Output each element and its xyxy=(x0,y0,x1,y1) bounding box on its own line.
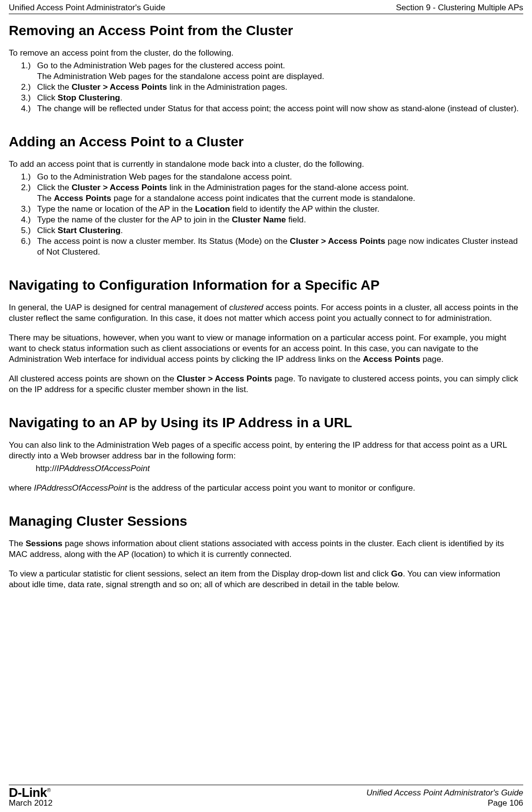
registered-icon: ® xyxy=(47,788,51,793)
removing-step-2: 2.)Click the Cluster > Access Points lin… xyxy=(9,81,523,92)
adding-step-3: 3.)Type the name or location of the AP i… xyxy=(9,203,523,214)
step-text: Click the xyxy=(37,82,72,92)
removing-step-3: 3.)Click Stop Clustering. xyxy=(9,92,523,103)
body-italic: clustered xyxy=(229,302,264,312)
step-text: The access point is now a cluster member… xyxy=(37,236,290,246)
adding-steps: 1.)Go to the Administration Web pages fo… xyxy=(9,171,523,257)
adding-step-5: 5.)Click Start Clustering. xyxy=(9,225,523,236)
footer-right: Unified Access Point Administrator's Gui… xyxy=(367,788,523,809)
navip-p2: where IPAddressOfAccessPoint is the addr… xyxy=(9,482,523,493)
heading-removing: Removing an Access Point from the Cluste… xyxy=(9,23,523,39)
footer-left: D-Link® March 2012 xyxy=(9,786,53,808)
page-content: Removing an Access Point from the Cluste… xyxy=(9,14,523,785)
body-text: is the address of the particular access … xyxy=(127,483,415,493)
header-right: Section 9 - Clustering Multiple APs xyxy=(396,3,523,13)
header-left: Unified Access Point Administrator's Gui… xyxy=(9,3,165,13)
step-number: 5.) xyxy=(21,225,37,236)
body-text: To view a particular statistic for clien… xyxy=(9,569,391,578)
adding-step-6: 6.)The access point is now a cluster mem… xyxy=(9,236,523,257)
removing-step-1: 1.)Go to the Administration Web pages fo… xyxy=(9,60,523,71)
body-bold: Go xyxy=(391,569,403,578)
step-text: Click the xyxy=(37,182,72,192)
brand-logo: D-Link® xyxy=(9,786,53,799)
removing-step-1-cont: The Administration Web pages for the sta… xyxy=(9,71,523,81)
url-variable: IPAddressOfAccessPoint xyxy=(57,463,150,473)
sessions-p2: To view a particular statistic for clien… xyxy=(9,568,523,590)
adding-step-1: 1.)Go to the Administration Web pages fo… xyxy=(9,171,523,182)
brand-text: D-Link xyxy=(9,785,47,800)
step-text: The xyxy=(37,193,54,203)
body-text: page. xyxy=(420,354,444,364)
step-bold: Access Points xyxy=(54,193,111,203)
body-text: In general, the UAP is designed for cent… xyxy=(9,302,229,312)
sessions-p1: The Sessions page shows information abou… xyxy=(9,538,523,559)
navconfig-p2: There may be situations, however, when y… xyxy=(9,332,523,364)
step-bold: Cluster > Access Points xyxy=(72,182,167,192)
page-footer: D-Link® March 2012 Unified Access Point … xyxy=(9,785,523,812)
step-number: 1.) xyxy=(21,171,37,182)
navip-p1: You can also link to the Administration … xyxy=(9,439,523,461)
body-text: The xyxy=(9,538,25,548)
heading-sessions: Managing Cluster Sessions xyxy=(9,514,523,529)
step-number: 3.) xyxy=(21,203,37,214)
body-text: page shows information about client stat… xyxy=(9,538,504,559)
step-number: 4.) xyxy=(21,214,37,225)
step-text: link in the Administration pages. xyxy=(167,82,287,92)
step-text: field. xyxy=(286,215,306,224)
heading-navip: Navigating to an AP by Using its IP Addr… xyxy=(9,415,523,431)
adding-step-2-cont: The Access Points page for a standalone … xyxy=(9,193,523,203)
heading-navconfig: Navigating to Configuration Information … xyxy=(9,277,523,293)
step-text: . xyxy=(120,93,123,102)
step-text: Click xyxy=(37,93,58,102)
step-text: . xyxy=(121,225,123,235)
page-header: Unified Access Point Administrator's Gui… xyxy=(9,0,523,14)
adding-step-2: 2.)Click the Cluster > Access Points lin… xyxy=(9,182,523,193)
step-number: 2.) xyxy=(21,81,37,92)
body-bold: Cluster > Access Points xyxy=(177,374,272,383)
adding-step-4: 4.)Type the name of the cluster for the … xyxy=(9,214,523,225)
step-text: Click xyxy=(37,225,58,235)
body-bold: Sessions xyxy=(25,538,62,548)
navconfig-p3: All clustered access points are shown on… xyxy=(9,373,523,395)
step-bold: Start Clustering xyxy=(58,225,121,235)
adding-intro: To add an access point that is currently… xyxy=(9,158,523,169)
step-text: Type the name or location of the AP in t… xyxy=(37,204,195,214)
heading-adding: Adding an Access Point to a Cluster xyxy=(9,134,523,150)
footer-page-number: Page 106 xyxy=(367,798,523,808)
step-number: 6.) xyxy=(21,236,37,246)
step-bold: Location xyxy=(195,204,230,214)
step-text: field to identify the AP within the clus… xyxy=(230,204,379,214)
body-text: where xyxy=(9,483,34,493)
step-text: Type the name of the cluster for the AP … xyxy=(37,215,232,224)
step-number: 1.) xyxy=(21,60,37,71)
step-bold: Cluster > Access Points xyxy=(72,82,167,92)
removing-step-4: 4.)The change will be reflected under St… xyxy=(9,103,523,114)
body-italic: IPAddressOfAccessPoint xyxy=(34,483,127,493)
footer-date: March 2012 xyxy=(9,799,53,808)
removing-intro: To remove an access point from the clust… xyxy=(9,47,523,58)
step-text: link in the Administration pages for the… xyxy=(167,182,409,192)
footer-title: Unified Access Point Administrator's Gui… xyxy=(367,788,523,798)
step-text: Go to the Administration Web pages for t… xyxy=(37,60,285,70)
body-text: All clustered access points are shown on… xyxy=(9,374,177,383)
url-prefix: http:// xyxy=(36,463,57,473)
step-text: page for a standalone access point indic… xyxy=(111,193,415,203)
step-number: 4.) xyxy=(21,103,37,114)
removing-steps: 1.)Go to the Administration Web pages fo… xyxy=(9,60,523,114)
navconfig-p1: In general, the UAP is designed for cent… xyxy=(9,302,523,323)
step-number: 3.) xyxy=(21,92,37,103)
step-text: Go to the Administration Web pages for t… xyxy=(37,172,292,181)
body-bold: Access Points xyxy=(363,354,420,364)
navip-url: http://IPAddressOfAccessPoint xyxy=(9,463,523,474)
step-bold: Stop Clustering xyxy=(58,93,120,102)
step-bold: Cluster > Access Points xyxy=(290,236,386,246)
step-number: 2.) xyxy=(21,182,37,193)
step-bold: Cluster Name xyxy=(232,215,286,224)
step-text: The change will be reflected under Statu… xyxy=(37,103,519,113)
